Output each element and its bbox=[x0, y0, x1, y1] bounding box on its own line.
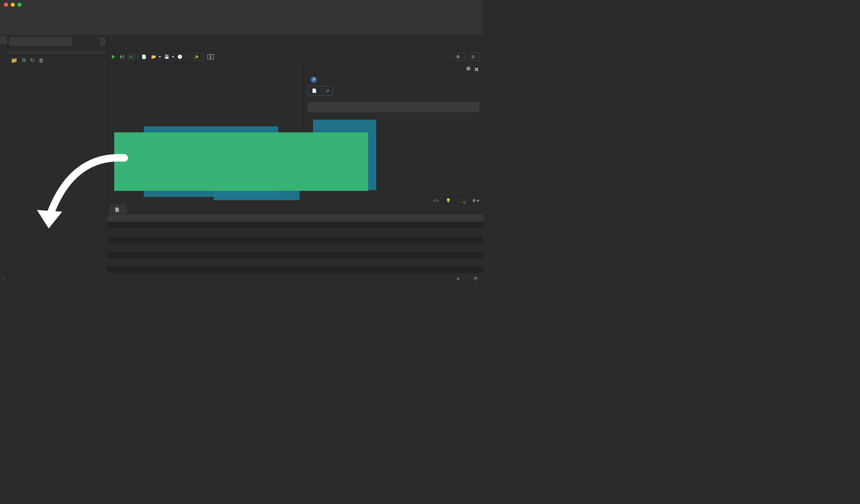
promo-banner bbox=[114, 132, 368, 191]
new-script-button[interactable]: 📄 bbox=[141, 55, 148, 59]
my-resources-toolbar: 📁 ⚙ ↻ 🗑 bbox=[8, 55, 107, 66]
editor-tabs bbox=[108, 35, 483, 46]
title-bar bbox=[0, 0, 483, 10]
svg-rect-2 bbox=[207, 55, 210, 59]
sidebar: 📁 ⚙ ↻ 🗑 bbox=[8, 35, 108, 284]
results-settings-button[interactable]: ⚙ ▾ bbox=[472, 198, 479, 203]
enable-query-assist-button[interactable]: ✨ bbox=[191, 53, 204, 61]
status-bar: # | ⏱ bbox=[108, 274, 483, 284]
svg-rect-0 bbox=[123, 55, 124, 59]
ai-settings-icon[interactable]: ⚙ bbox=[466, 66, 471, 73]
status-separator: | bbox=[466, 276, 467, 281]
script-history-button[interactable]: 🕐 bbox=[177, 55, 184, 59]
search-connections-input[interactable] bbox=[10, 38, 72, 46]
delete-resource-icon[interactable]: 🗑 bbox=[39, 57, 44, 63]
help-icon[interactable]: ? bbox=[311, 77, 317, 83]
layout-toggle-button[interactable] bbox=[207, 54, 214, 59]
explain-button[interactable]: 💡 bbox=[446, 198, 453, 203]
change-sources-link[interactable]: ⇄ bbox=[322, 88, 329, 93]
rail-collapse-button[interactable]: ← bbox=[0, 273, 7, 284]
resource-settings-icon[interactable]: ⚙ bbox=[22, 57, 26, 63]
rail-operations[interactable] bbox=[0, 53, 7, 61]
load-script-button[interactable]: 📂 ▾ bbox=[151, 55, 161, 59]
collection-icon: 📄 bbox=[115, 207, 119, 212]
minimize-window-button[interactable] bbox=[11, 3, 15, 7]
left-rail: ← bbox=[0, 35, 8, 284]
visual-query-builder-button[interactable]: ⊞ bbox=[468, 53, 480, 61]
view-mode-select[interactable] bbox=[458, 199, 468, 202]
query-code-button[interactable]: </> bbox=[433, 198, 441, 203]
table-row[interactable] bbox=[108, 222, 483, 229]
ai-source-box: 📄 ⇄ bbox=[308, 86, 333, 96]
ai-query-input[interactable] bbox=[308, 102, 479, 112]
maximize-window-button[interactable] bbox=[17, 3, 22, 7]
match-case-button[interactable] bbox=[100, 38, 105, 46]
breadcrumb bbox=[108, 46, 483, 51]
add-resource-icon[interactable]: 📁 bbox=[11, 57, 17, 63]
ai-helper-button[interactable]: ⚙ bbox=[453, 53, 465, 61]
rail-open-connections[interactable] bbox=[0, 35, 7, 44]
editor-toolbar: 📄 📂 ▾ 💾 ▾ 🕐 ✨ ⚙ ⊞ bbox=[108, 51, 483, 63]
main-toolbar bbox=[0, 10, 483, 35]
execution-time: ⏱ bbox=[474, 276, 478, 281]
my-resources-header bbox=[8, 51, 107, 55]
collection-icon: 📄 bbox=[312, 88, 317, 93]
refresh-resources-icon[interactable]: ↻ bbox=[30, 57, 34, 63]
results-table bbox=[108, 214, 483, 274]
run-step-button[interactable] bbox=[119, 54, 125, 59]
resources-tree bbox=[8, 66, 107, 284]
svg-rect-3 bbox=[211, 55, 214, 59]
ai-close-icon[interactable]: ✕ bbox=[474, 66, 479, 73]
count-documents-button[interactable]: # bbox=[457, 276, 459, 281]
connections-tree bbox=[8, 48, 107, 51]
close-window-button[interactable] bbox=[4, 3, 8, 7]
result-tab[interactable]: 📄 bbox=[110, 205, 126, 214]
save-script-button[interactable]: 💾 ▾ bbox=[164, 55, 174, 59]
run-selection-button[interactable] bbox=[128, 54, 134, 59]
run-button[interactable] bbox=[111, 54, 116, 59]
rail-my-resources[interactable] bbox=[0, 44, 7, 53]
